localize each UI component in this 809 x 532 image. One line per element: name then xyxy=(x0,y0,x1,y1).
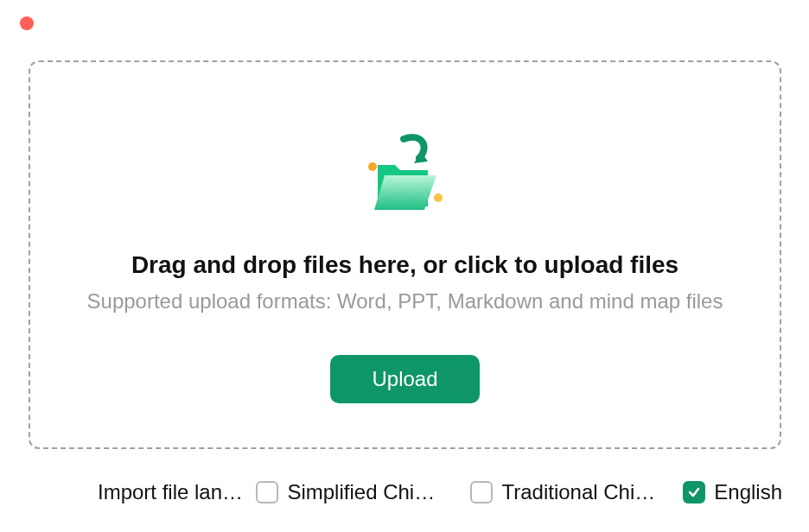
window-controls xyxy=(20,16,34,30)
dropzone-subtext: Supported upload formats: Word, PPT, Mar… xyxy=(87,289,723,314)
dropzone-heading: Drag and drop files here, or click to up… xyxy=(131,251,678,279)
language-option-simplified-chinese[interactable]: Simplified Chin… xyxy=(256,480,443,504)
upload-button[interactable]: Upload xyxy=(330,355,479,403)
checkbox-label: Simplified Chin… xyxy=(287,480,443,504)
svg-point-0 xyxy=(368,162,377,171)
svg-point-1 xyxy=(434,193,443,202)
file-dropzone[interactable]: Drag and drop files here, or click to up… xyxy=(29,60,781,449)
import-language-row: Import file lang… Simplified Chin… Tradi… xyxy=(98,480,782,504)
close-icon[interactable] xyxy=(20,16,34,30)
checkbox-simplified-chinese[interactable] xyxy=(256,481,278,504)
checkbox-english[interactable] xyxy=(683,481,705,504)
checkbox-label: English xyxy=(714,480,782,504)
checkbox-label: Traditional Chi… xyxy=(501,480,655,504)
checkbox-traditional-chinese[interactable] xyxy=(470,481,493,504)
folder-import-icon xyxy=(354,132,457,227)
language-option-english[interactable]: English xyxy=(683,480,782,504)
import-language-label: Import file lang… xyxy=(98,480,247,504)
language-option-traditional-chinese[interactable]: Traditional Chi… xyxy=(470,480,655,504)
